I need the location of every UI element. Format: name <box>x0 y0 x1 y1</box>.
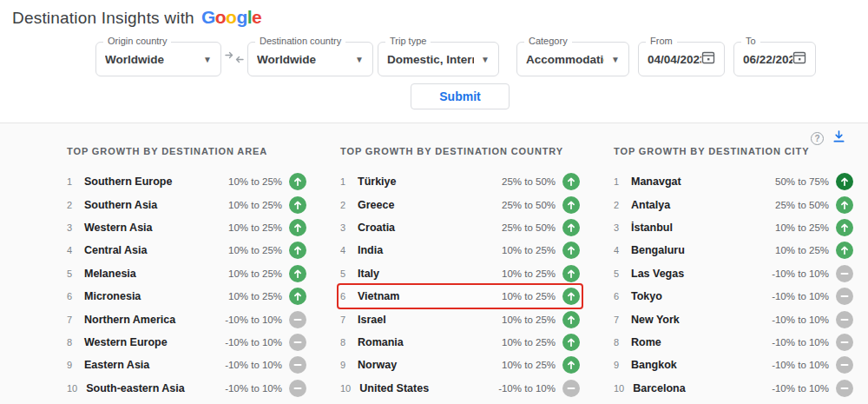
row-value: 10% to 25% <box>775 222 829 233</box>
flat-trend-icon <box>289 334 306 351</box>
growth-column-country: TOP GROWTH BY DESTINATION COUNTRY 1 Türk… <box>339 123 582 400</box>
row-value: 10% to 25% <box>502 268 556 279</box>
to-date-field[interactable]: To 06/22/2023 <box>733 42 816 76</box>
row-name: Romania <box>358 336 502 348</box>
row-name: Croatia <box>358 222 502 234</box>
chevron-down-icon: ▼ <box>355 55 364 64</box>
table-row: 4 India 10% to 25% <box>339 239 582 262</box>
row-rank: 1 <box>340 176 349 187</box>
row-value: -10% to 10% <box>772 315 829 325</box>
section-tools: ? <box>811 130 845 147</box>
column-title: TOP GROWTH BY DESTINATION CITY <box>614 146 855 156</box>
route-swap-icon <box>221 51 247 67</box>
row-name: Türkiye <box>358 176 502 188</box>
logo-letter: g <box>236 7 247 27</box>
up-arrow-icon <box>562 196 580 214</box>
row-rank: 2 <box>67 200 76 210</box>
row-rank: 6 <box>67 291 76 301</box>
table-row: 2 Southern Asia 10% to 25% <box>65 193 308 215</box>
table-row: 5 Melanesia 10% to 25% <box>65 262 308 285</box>
row-name: Italy <box>358 268 502 280</box>
column-title: TOP GROWTH BY DESTINATION AREA <box>67 146 308 156</box>
from-date-value: 04/04/2023 <box>648 53 701 66</box>
row-value: 10% to 25% <box>502 315 556 325</box>
row-value: 10% to 25% <box>228 268 282 279</box>
row-name: Bengaluru <box>631 244 775 256</box>
column-rows: 1 Manavgat 50% to 75% 2 Antalya 25% to 5… <box>612 170 855 400</box>
up-arrow-icon <box>836 196 853 214</box>
table-row: 10 Barcelona -10% to 10% <box>612 377 855 400</box>
up-arrow-icon <box>562 173 580 190</box>
row-name: South-eastern Asia <box>86 382 225 394</box>
table-row: 10 United States -10% to 10% <box>339 377 582 400</box>
trip-type-select[interactable]: Trip type Domestic, Interna... ▼ <box>378 42 499 76</box>
from-date-field[interactable]: From 04/04/2023 <box>638 42 725 76</box>
row-name: Northern America <box>84 314 225 326</box>
up-arrow-icon <box>562 334 580 351</box>
table-row: 8 Rome -10% to 10% <box>612 331 855 354</box>
table-row: 5 Italy 10% to 25% <box>339 262 582 285</box>
row-value: -10% to 10% <box>772 383 829 394</box>
row-value: 25% to 50% <box>502 200 556 210</box>
row-value: 25% to 50% <box>502 176 556 187</box>
row-name: Norway <box>358 359 502 371</box>
row-name: Central Asia <box>84 244 228 256</box>
row-name: Antalya <box>631 199 775 211</box>
row-name: Bangkok <box>631 359 772 371</box>
growth-section: ? TOP GROWTH BY DESTINATION AREA 1 South… <box>0 123 868 404</box>
up-arrow-icon <box>562 219 580 236</box>
calendar-icon <box>792 50 806 68</box>
row-value: -10% to 10% <box>772 360 829 370</box>
row-value: -10% to 10% <box>498 383 556 394</box>
flat-trend-icon <box>836 380 853 397</box>
row-rank: 10 <box>614 383 624 394</box>
row-value: 25% to 50% <box>775 200 829 210</box>
flat-trend-icon <box>836 334 853 351</box>
help-icon[interactable]: ? <box>811 132 824 145</box>
up-arrow-icon <box>836 219 853 236</box>
row-value: -10% to 10% <box>772 337 829 348</box>
row-rank: 1 <box>614 176 622 187</box>
row-name: Southern Asia <box>84 199 228 211</box>
row-rank: 5 <box>340 268 349 279</box>
download-icon[interactable] <box>832 130 845 147</box>
flat-trend-icon <box>562 380 580 397</box>
column-rows: 1 Türkiye 25% to 50% 2 Greece 25% to 50%… <box>339 170 582 400</box>
row-rank: 2 <box>340 200 349 210</box>
origin-country-select[interactable]: Origin country Worldwide ▼ <box>95 42 221 76</box>
logo-letter: o <box>226 7 236 27</box>
row-rank: 4 <box>67 245 76 255</box>
table-row: 1 Manavgat 50% to 75% <box>612 170 855 193</box>
app-header: Destination Insights with Google <box>0 0 868 28</box>
row-value: 25% to 50% <box>502 222 556 233</box>
row-name: Tokyo <box>631 290 772 302</box>
flat-trend-icon <box>289 380 306 397</box>
row-value: 10% to 25% <box>228 200 282 210</box>
up-arrow-icon <box>289 196 306 214</box>
row-name: Las Vegas <box>631 268 772 280</box>
table-row: 7 Israel 10% to 25% <box>339 308 582 330</box>
table-row: 1 Southern Europe 10% to 25% <box>65 170 308 193</box>
logo-letter: o <box>215 7 226 27</box>
row-value: 10% to 25% <box>228 176 282 187</box>
row-rank: 10 <box>67 383 77 394</box>
destination-country-select[interactable]: Destination country Worldwide ▼ <box>247 42 373 76</box>
row-name: Western Asia <box>84 222 228 234</box>
table-row: 1 Türkiye 25% to 50% <box>339 170 582 193</box>
origin-country-value: Worldwide <box>105 53 164 66</box>
row-value: -10% to 10% <box>225 315 282 325</box>
submit-button[interactable]: Submit <box>411 83 510 109</box>
growth-column-area: TOP GROWTH BY DESTINATION AREA 1 Souther… <box>65 123 308 400</box>
flat-trend-icon <box>289 356 306 374</box>
row-rank: 6 <box>614 291 622 301</box>
row-value: -10% to 10% <box>772 268 829 279</box>
chevron-down-icon: ▼ <box>481 55 490 64</box>
origin-country-label: Origin country <box>103 36 171 46</box>
row-rank: 7 <box>614 315 622 325</box>
up-arrow-icon <box>289 288 306 305</box>
row-name: İstanbul <box>631 222 775 234</box>
category-select[interactable]: Category Accommodation ▼ <box>516 42 629 76</box>
destination-country-label: Destination country <box>255 36 345 46</box>
growth-columns: TOP GROWTH BY DESTINATION AREA 1 Souther… <box>0 123 868 400</box>
row-name: Southern Europe <box>84 176 228 188</box>
